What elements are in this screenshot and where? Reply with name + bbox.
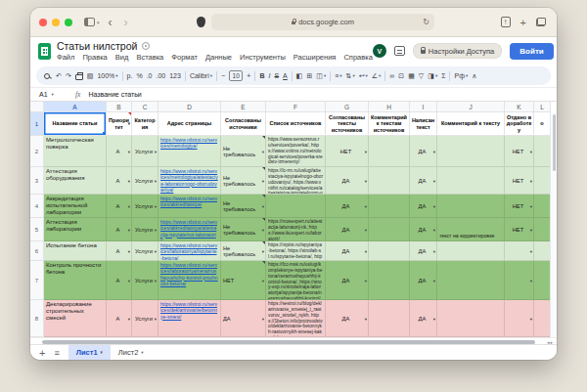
cell-B5[interactable]: А▾ <box>107 218 132 241</box>
dropdown-arrow-icon[interactable]: ▾ <box>365 316 367 321</box>
sheets-logo-icon[interactable] <box>38 43 51 60</box>
cell-G8[interactable]: ДА▾ <box>326 300 369 337</box>
dropdown-arrow-icon[interactable]: ▾ <box>262 227 264 232</box>
cell-K3[interactable]: НЕТ▾ <box>505 167 534 195</box>
cell-G4[interactable]: ДА▾ <box>326 195 369 218</box>
column-header-A[interactable]: A <box>44 102 107 112</box>
cell-K2[interactable]: НЕТ▾ <box>505 136 534 167</box>
cell-G3[interactable]: ДА▾ <box>326 167 369 195</box>
cell-E8[interactable]: ДА▾ <box>221 300 266 337</box>
row-header-2[interactable]: 2 <box>30 136 44 167</box>
text-wrap-icon[interactable]: ↩▾ <box>359 72 368 80</box>
cell-J5[interactable]: текст на корректировке <box>437 218 505 241</box>
cell-E2[interactable]: Не требовалось▾ <box>221 136 266 167</box>
cell-B3[interactable]: А▾ <box>107 167 132 195</box>
insert-link-icon[interactable]: ∞ <box>389 72 394 79</box>
sign-in-button[interactable]: Войти <box>510 43 553 60</box>
dropdown-arrow-icon[interactable]: ▾ <box>262 278 264 283</box>
cell-K6[interactable]: ▾ <box>505 241 534 261</box>
cell-J8[interactable] <box>437 300 505 337</box>
cell-H7[interactable] <box>369 261 410 300</box>
menu-item-6[interactable]: Инструменты <box>240 53 286 62</box>
vertical-align-icon[interactable]: ⇅▾ <box>346 72 355 80</box>
dropdown-arrow-icon[interactable]: ▾ <box>433 178 435 183</box>
dropdown-arrow-icon[interactable]: ▾ <box>155 316 157 321</box>
dropdown-arrow-icon[interactable]: ▾ <box>128 227 130 232</box>
dropdown-arrow-icon[interactable]: ▾ <box>530 203 532 208</box>
bold-icon[interactable]: B <box>259 72 264 79</box>
dropdown-arrow-icon[interactable]: ▾ <box>262 316 264 321</box>
italic-icon[interactable]: I <box>268 72 270 79</box>
cell-D2[interactable]: https://www.nilstroi.ru/services/metrolo… <box>158 136 221 167</box>
dropdown-arrow-icon[interactable]: ▾ <box>128 316 130 321</box>
horizontal-scrollbar-thumb[interactable] <box>42 340 535 344</box>
cell-C2[interactable]: Услуги▾ <box>132 136 158 167</box>
cell-J6[interactable] <box>437 241 505 261</box>
dropdown-arrow-icon[interactable]: ▾ <box>530 316 532 321</box>
cell-D1[interactable]: Адрес страницы <box>158 112 221 136</box>
dropdown-arrow-icon[interactable]: ▾ <box>155 203 157 208</box>
dropdown-arrow-icon[interactable]: ▾ <box>128 248 130 253</box>
dropdown-arrow-icon[interactable]: ▾ <box>155 278 157 283</box>
font-size-box[interactable]: 10 <box>229 70 243 81</box>
column-header-E[interactable]: E <box>221 102 266 112</box>
cell-A1[interactable]: Название статьи <box>44 112 107 136</box>
cell-B6[interactable]: А▾ <box>107 241 132 261</box>
all-sheets-button[interactable]: ≡ <box>54 348 59 358</box>
row-header-1[interactable]: 1 <box>30 112 44 136</box>
cell-J7[interactable] <box>437 261 505 300</box>
dropdown-arrow-icon[interactable]: ▾ <box>365 149 367 153</box>
cell-I6[interactable]: ДА▾ <box>410 241 437 261</box>
cell-B8[interactable]: А▾ <box>107 300 132 337</box>
cell-B2[interactable]: А▾ <box>107 136 132 167</box>
formula-input[interactable]: Название статьи <box>88 91 141 98</box>
menu-item-1[interactable]: Правка <box>82 53 107 62</box>
collapse-toolbar-icon[interactable]: ∧ <box>472 72 476 80</box>
cell-C3[interactable]: Услуги▾ <box>132 167 158 195</box>
cell-G1[interactable]: Согласованы тексты источников <box>326 112 369 136</box>
cell-G7[interactable]: ДА▾ <box>326 261 369 300</box>
cell-B7[interactable]: А▾ <box>107 261 132 300</box>
row-header-8[interactable]: 8 <box>30 300 44 337</box>
menu-item-0[interactable]: Файл <box>57 53 74 62</box>
sheet-tab-1[interactable]: Лист1▾ <box>68 345 111 361</box>
dropdown-arrow-icon[interactable]: ▾ <box>530 178 532 183</box>
menu-item-5[interactable]: Данные <box>205 53 232 62</box>
cell-L2[interactable] <box>534 136 551 167</box>
share-settings-button[interactable]: Настройки Доступа <box>413 43 502 59</box>
reload-icon[interactable]: ↻ <box>423 18 429 26</box>
dropdown-arrow-icon[interactable]: ▾ <box>262 203 264 208</box>
dropdown-arrow-icon[interactable]: ▾ <box>128 121 130 126</box>
cell-I8[interactable]: ДА▾ <box>410 300 437 337</box>
zoom-select[interactable]: 100%▾ <box>97 72 117 79</box>
dropdown-arrow-icon[interactable]: ▾ <box>262 178 264 183</box>
cell-H3[interactable] <box>369 167 410 195</box>
cell-H1[interactable]: Комментарий к текстам источников <box>369 112 410 136</box>
insert-comment-icon[interactable]: ⊡ <box>398 72 404 80</box>
dropdown-arrow-icon[interactable]: ▾ <box>155 178 157 183</box>
shield-extension-icon[interactable] <box>197 17 205 27</box>
cell-F4[interactable] <box>266 195 326 218</box>
undo-icon[interactable]: ↶ <box>56 72 62 80</box>
dropdown-arrow-icon[interactable]: ▾ <box>433 278 435 283</box>
cell-H6[interactable] <box>369 241 410 261</box>
cell-D5[interactable]: https://www.nilstroi.ru/services/akkredi… <box>158 218 221 241</box>
cell-I7[interactable]: ДА▾ <box>410 261 437 300</box>
cell-E1[interactable]: Согласованы источники <box>221 112 266 136</box>
cell-J3[interactable] <box>437 167 505 195</box>
doc-title[interactable]: Статьи нилстрой <box>57 40 137 52</box>
cell-K4[interactable]: НЕТ▾ <box>505 195 534 218</box>
cell-A8[interactable]: Декларирование строительных смесей <box>44 300 107 337</box>
close-button[interactable] <box>39 19 47 26</box>
column-header-H[interactable]: H <box>369 102 410 112</box>
cell-H2[interactable] <box>369 136 410 167</box>
column-header-I[interactable]: I <box>410 102 437 112</box>
cell-E5[interactable]: Не требовалось▾ <box>221 218 266 241</box>
cell-E7[interactable]: НЕТ▾ <box>221 261 266 300</box>
cell-B4[interactable]: А▾ <box>107 195 132 218</box>
dropdown-arrow-icon[interactable]: ▾ <box>365 248 367 253</box>
decrease-decimals-icon[interactable]: .0 <box>147 72 153 79</box>
cell-B1[interactable]: Приоритет▾ <box>107 112 132 136</box>
cell-F8[interactable]: https://sestroi.ru/blog/deklarirovanie_s… <box>266 300 326 337</box>
column-header-B[interactable]: B <box>107 102 132 112</box>
